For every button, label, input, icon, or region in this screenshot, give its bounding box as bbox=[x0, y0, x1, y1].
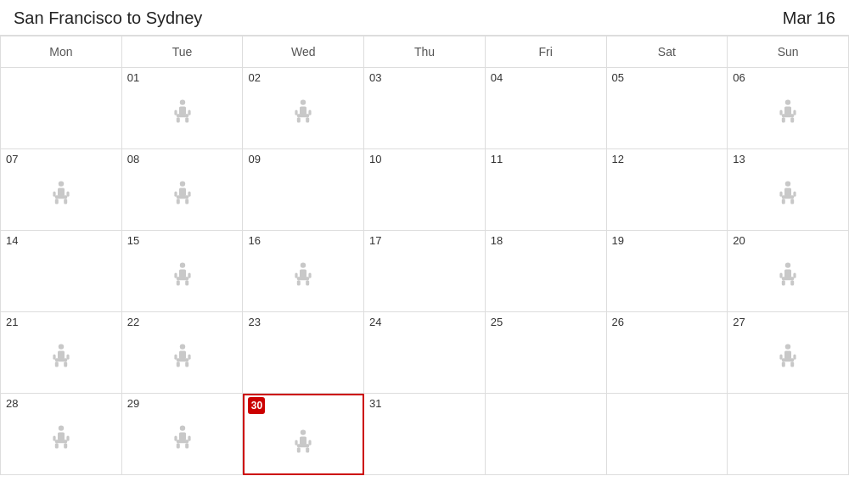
svg-rect-3 bbox=[176, 117, 179, 122]
calendar-cell: 09 bbox=[243, 149, 364, 231]
svg-point-56 bbox=[785, 262, 790, 267]
svg-rect-58 bbox=[782, 277, 794, 280]
day-number: 16 bbox=[248, 234, 358, 247]
svg-rect-68 bbox=[53, 354, 55, 359]
svg-rect-55 bbox=[309, 272, 312, 277]
svg-rect-16 bbox=[782, 114, 794, 117]
page-header: San Francisco to Sydney Mar 16 bbox=[0, 0, 849, 36]
svg-rect-60 bbox=[790, 280, 794, 285]
svg-rect-95 bbox=[185, 443, 188, 448]
svg-rect-75 bbox=[174, 354, 177, 359]
day-number: 01 bbox=[127, 71, 238, 84]
col-header-wed: Wed bbox=[243, 36, 364, 68]
svg-rect-100 bbox=[297, 444, 309, 447]
seat-icon bbox=[6, 412, 116, 462]
svg-rect-10 bbox=[297, 117, 301, 122]
col-header-thu: Thu bbox=[364, 36, 486, 68]
col-header-sat: Sat bbox=[606, 36, 728, 68]
calendar-cell bbox=[485, 394, 606, 475]
svg-rect-87 bbox=[55, 443, 59, 448]
calendar-cell: 25 bbox=[485, 312, 606, 394]
svg-rect-96 bbox=[174, 435, 177, 440]
col-header-tue: Tue bbox=[121, 36, 243, 68]
col-header-fri: Fri bbox=[485, 36, 606, 68]
day-number: 27 bbox=[733, 316, 843, 328]
svg-point-7 bbox=[301, 99, 306, 104]
calendar-cell[interactable]: 20 bbox=[728, 231, 849, 312]
day-number: 04 bbox=[491, 71, 601, 84]
page-title: San Francisco to Sydney bbox=[14, 8, 202, 28]
svg-rect-66 bbox=[55, 361, 59, 367]
day-number: 17 bbox=[369, 234, 480, 247]
day-number: 26 bbox=[612, 316, 722, 328]
svg-rect-1 bbox=[179, 106, 186, 115]
calendar-cell[interactable]: 02 bbox=[243, 68, 364, 149]
calendar-cell[interactable]: 01 bbox=[121, 68, 243, 149]
day-number: 24 bbox=[369, 316, 480, 328]
svg-rect-101 bbox=[297, 447, 301, 452]
calendar-cell[interactable]: 27 bbox=[728, 312, 849, 394]
svg-rect-85 bbox=[58, 432, 65, 440]
day-number: 31 bbox=[369, 397, 480, 410]
svg-point-35 bbox=[785, 181, 790, 186]
calendar-cell[interactable]: 07 bbox=[1, 149, 122, 231]
svg-rect-67 bbox=[64, 361, 67, 367]
svg-point-49 bbox=[301, 262, 306, 267]
calendar-cell: 23 bbox=[243, 312, 364, 394]
calendar-cell[interactable]: 06 bbox=[728, 68, 849, 149]
calendar-cell[interactable]: 30 bbox=[243, 394, 364, 475]
day-number: 06 bbox=[733, 71, 843, 84]
day-number: 09 bbox=[248, 153, 358, 165]
svg-rect-65 bbox=[55, 358, 67, 361]
svg-rect-51 bbox=[297, 277, 309, 280]
svg-rect-2 bbox=[176, 114, 188, 117]
svg-point-84 bbox=[59, 425, 64, 430]
calendar-cell[interactable]: 22 bbox=[121, 312, 243, 394]
svg-rect-38 bbox=[782, 199, 785, 204]
svg-rect-5 bbox=[174, 109, 177, 115]
calendar-cell[interactable]: 21 bbox=[1, 312, 122, 394]
svg-rect-32 bbox=[185, 199, 188, 204]
calendar-cell[interactable]: 13 bbox=[728, 149, 849, 231]
day-number: 05 bbox=[612, 71, 722, 84]
calendar-cell[interactable]: 29 bbox=[121, 394, 243, 475]
svg-rect-97 bbox=[188, 435, 190, 440]
svg-rect-26 bbox=[53, 191, 55, 196]
seat-icon bbox=[6, 330, 116, 381]
seat-icon bbox=[6, 167, 116, 218]
svg-rect-72 bbox=[176, 358, 188, 361]
calendar-cell bbox=[1, 68, 122, 149]
svg-rect-17 bbox=[782, 117, 785, 122]
calendar-cell[interactable]: 08 bbox=[121, 149, 243, 231]
svg-rect-47 bbox=[174, 272, 177, 277]
svg-rect-93 bbox=[176, 440, 188, 443]
svg-rect-57 bbox=[784, 269, 791, 277]
day-number: 22 bbox=[127, 316, 238, 328]
seat-icon bbox=[127, 412, 238, 462]
seat-icon bbox=[127, 86, 238, 137]
svg-rect-9 bbox=[297, 114, 309, 117]
calendar-cell[interactable]: 16 bbox=[243, 231, 364, 312]
day-number: 28 bbox=[6, 397, 116, 410]
calendar-cell: 26 bbox=[606, 312, 728, 394]
calendar-cell[interactable]: 15 bbox=[121, 231, 243, 312]
svg-point-91 bbox=[179, 425, 184, 430]
day-number: 25 bbox=[491, 316, 601, 328]
day-number: 13 bbox=[733, 153, 843, 165]
day-number: 03 bbox=[369, 71, 480, 84]
svg-rect-81 bbox=[790, 361, 794, 367]
day-number: 10 bbox=[369, 153, 480, 165]
svg-rect-34 bbox=[188, 191, 190, 196]
svg-rect-74 bbox=[185, 361, 188, 367]
svg-rect-82 bbox=[780, 354, 783, 359]
col-header-sun: Sun bbox=[728, 36, 849, 68]
svg-rect-50 bbox=[300, 269, 306, 277]
calendar-cell[interactable]: 28 bbox=[1, 394, 122, 475]
svg-rect-40 bbox=[780, 191, 783, 196]
day-number: 08 bbox=[127, 153, 238, 165]
svg-rect-64 bbox=[58, 350, 65, 359]
seat-icon bbox=[248, 249, 358, 300]
day-number: 11 bbox=[491, 153, 601, 165]
calendar-cell: 05 bbox=[606, 68, 728, 149]
day-number: 18 bbox=[491, 234, 601, 247]
